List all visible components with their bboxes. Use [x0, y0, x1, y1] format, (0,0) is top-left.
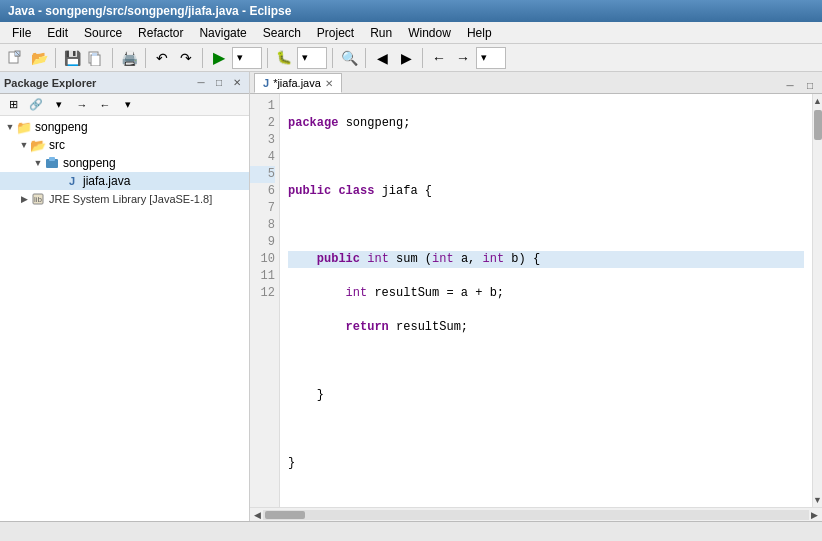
code-line-7: return resultSum; [288, 320, 468, 334]
debug-dropdown[interactable]: ▾ [297, 47, 327, 69]
tree-arrow-project: ▼ [4, 121, 16, 133]
horizontal-scroll-thumb[interactable] [265, 511, 305, 519]
minimize-editor-button[interactable]: ─ [782, 77, 798, 93]
maximize-editor-button[interactable]: □ [802, 77, 818, 93]
menu-search[interactable]: Search [255, 24, 309, 42]
save-all-button[interactable] [85, 47, 107, 69]
package-explorer-toolbar: ⊞ 🔗 ▾ → ← ▾ [0, 94, 249, 116]
project-icon: 📁 [16, 119, 32, 135]
line-num-4: 4 [250, 149, 275, 166]
close-pe-button[interactable]: ✕ [229, 75, 245, 91]
undo-button[interactable]: ↶ [151, 47, 173, 69]
menu-project[interactable]: Project [309, 24, 362, 42]
line-num-6: 6 [250, 183, 275, 200]
back-button[interactable]: ← [428, 47, 450, 69]
jre-icon: lib [30, 191, 46, 207]
line-num-3: 3 [250, 132, 275, 149]
tree-item-src[interactable]: ▼ 📂 src [0, 136, 249, 154]
editor-tabs: J *jiafa.java ✕ ─ □ [250, 72, 822, 94]
code-line-1: package songpeng; [288, 116, 410, 130]
open-button[interactable]: 📂 [28, 47, 50, 69]
menu-navigate[interactable]: Navigate [191, 24, 254, 42]
scroll-right-button[interactable]: ▶ [809, 510, 820, 520]
redo-button[interactable]: ↷ [175, 47, 197, 69]
new-button[interactable] [4, 47, 26, 69]
menu-edit[interactable]: Edit [39, 24, 76, 42]
tree-item-jiafa-java[interactable]: ▶ J jiafa.java [0, 172, 249, 190]
code-line-5: public int sum (int a, int b) { [288, 251, 804, 268]
pe-forward-button[interactable]: → [71, 94, 93, 116]
tree-item-jre[interactable]: ▶ lib JRE System Library [JavaSE-1.8] [0, 190, 249, 208]
vertical-scrollbar[interactable]: ▲ ▼ [812, 94, 822, 507]
menu-source[interactable]: Source [76, 24, 130, 42]
menu-bar: File Edit Source Refactor Navigate Searc… [0, 22, 822, 44]
line-num-8: 8 [250, 217, 275, 234]
nav-dropdown[interactable]: ▾ [476, 47, 506, 69]
line-num-1: 1 [250, 98, 275, 115]
code-editor: 1 2 3 4 5 6 7 8 9 10 11 12 package songp… [250, 94, 822, 507]
status-bar [0, 521, 822, 541]
svg-text:lib: lib [34, 195, 43, 204]
line-numbers: 1 2 3 4 5 6 7 8 9 10 11 12 [250, 94, 280, 507]
minimize-pe-button[interactable]: ─ [193, 75, 209, 91]
editor-hscroll: ◀ ▶ [250, 507, 822, 521]
next-button[interactable]: ▶ [395, 47, 417, 69]
tab-close-button[interactable]: ✕ [325, 78, 333, 89]
line-num-9: 9 [250, 234, 275, 251]
tree-arrow-src: ▼ [18, 139, 30, 151]
toolbar: 📂 💾 🖨️ ↶ ↷ ▶ ▾ 🐛 ▾ 🔍 ◀ ▶ ← → ▾ [0, 44, 822, 72]
src-label: src [49, 138, 65, 152]
project-label: songpeng [35, 120, 88, 134]
save-button[interactable]: 💾 [61, 47, 83, 69]
toolbar-separator-5 [267, 48, 268, 68]
line-num-10: 10 [250, 251, 275, 268]
jre-label: JRE System Library [JavaSE-1.8] [49, 193, 212, 205]
java-file-icon: J [64, 173, 80, 189]
toolbar-separator-3 [145, 48, 146, 68]
pe-backward-button[interactable]: ← [94, 94, 116, 116]
menu-run[interactable]: Run [362, 24, 400, 42]
menu-file[interactable]: File [4, 24, 39, 42]
debug-button[interactable]: 🐛 [273, 47, 295, 69]
horizontal-scroll-track[interactable] [263, 510, 809, 520]
menu-window[interactable]: Window [400, 24, 459, 42]
collapse-all-button[interactable]: ⊞ [2, 94, 24, 116]
scroll-down-button[interactable]: ▼ [813, 495, 822, 505]
tree-item-songpeng-package[interactable]: ▼ songpeng [0, 154, 249, 172]
title-bar: Java - songpeng/src/songpeng/jiafa.java … [0, 0, 822, 22]
editor-window-controls: ─ □ [782, 77, 818, 93]
java-file-label: jiafa.java [83, 174, 130, 188]
src-folder-icon: 📂 [30, 137, 46, 153]
tab-icon: J [263, 77, 269, 89]
code-line-3: public class jiafa { [288, 184, 432, 198]
scroll-up-button[interactable]: ▲ [813, 96, 822, 106]
pe-dropdown-button[interactable]: ▾ [117, 94, 139, 116]
print-button[interactable]: 🖨️ [118, 47, 140, 69]
code-line-6: int resultSum = a + b; [288, 286, 504, 300]
toolbar-separator-7 [365, 48, 366, 68]
maximize-pe-button[interactable]: □ [211, 75, 227, 91]
pe-view-menu-button[interactable]: ▾ [48, 94, 70, 116]
run-button[interactable]: ▶ [208, 47, 230, 69]
scroll-thumb[interactable] [814, 110, 822, 140]
code-content[interactable]: package songpeng; public class jiafa { p… [280, 94, 812, 507]
line-num-5: 5 [250, 166, 275, 183]
toolbar-separator-2 [112, 48, 113, 68]
tab-label: *jiafa.java [273, 77, 321, 89]
link-with-editor-button[interactable]: 🔗 [25, 94, 47, 116]
menu-help[interactable]: Help [459, 24, 500, 42]
toolbar-separator-4 [202, 48, 203, 68]
scroll-left-button[interactable]: ◀ [252, 510, 263, 520]
tree-item-songpeng-project[interactable]: ▼ 📁 songpeng [0, 118, 249, 136]
editor-area: J *jiafa.java ✕ ─ □ 1 2 3 4 5 6 7 8 9 10 [250, 72, 822, 521]
line-num-2: 2 [250, 115, 275, 132]
run-dropdown[interactable]: ▾ [232, 47, 262, 69]
line-num-12: 12 [250, 285, 275, 302]
toolbar-separator-8 [422, 48, 423, 68]
editor-tab-jiafa[interactable]: J *jiafa.java ✕ [254, 73, 342, 93]
search-button[interactable]: 🔍 [338, 47, 360, 69]
line-num-11: 11 [250, 268, 275, 285]
forward-button[interactable]: → [452, 47, 474, 69]
prev-button[interactable]: ◀ [371, 47, 393, 69]
menu-refactor[interactable]: Refactor [130, 24, 191, 42]
